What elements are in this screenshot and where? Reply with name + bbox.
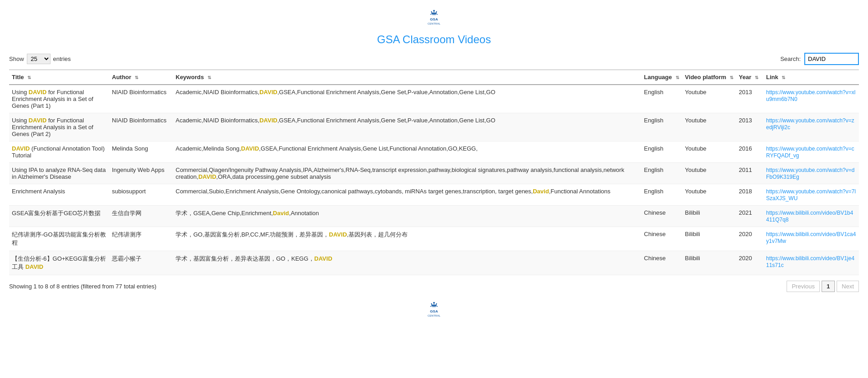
col-header-platform[interactable]: Video platform ⇅ [682, 70, 736, 85]
cell-link[interactable]: https://www.youtube.com/watch?v=xlu9mm6b… [763, 85, 859, 113]
table-row: Using DAVID for Functional Enrichment An… [9, 85, 859, 113]
cell-link[interactable]: https://www.bilibili.com/video/BV1je411s… [763, 251, 859, 275]
video-link[interactable]: https://www.youtube.com/watch?v=7lSzaXJS… [766, 188, 856, 202]
cell-year: 2020 [736, 251, 763, 275]
col-header-author[interactable]: Author ⇅ [109, 70, 173, 85]
cell-title: Enrichment Analysis [9, 184, 109, 206]
results-table: Title ⇅ Author ⇅ Keywords ⇅ Language ⇅ V… [9, 70, 859, 275]
col-header-year[interactable]: Year ⇅ [736, 70, 763, 85]
video-link[interactable]: https://www.youtube.com/watch?v=dFbO9K31… [766, 167, 854, 180]
cell-author: subiosupport [109, 184, 173, 206]
sort-arrows-keywords: ⇅ [207, 75, 211, 80]
table-row: Using IPA to analyze RNA-Seq data in Alz… [9, 163, 859, 184]
table-row: Using DAVID for Functional Enrichment An… [9, 113, 859, 141]
video-link[interactable]: https://www.youtube.com/watch?v=xlu9mm6b… [766, 89, 855, 102]
cell-platform: Youtube [682, 85, 736, 113]
cell-keywords: 学术，GSEA,Gene Chip,Enrichment,David,Annot… [173, 206, 641, 227]
video-link[interactable]: https://www.bilibili.com/video/BV1je411s… [766, 255, 854, 268]
cell-year: 2021 [736, 206, 763, 227]
table-row: 【生信分析-6】GO+KEGG富集分析工具 DAVID恶霸小猴子学术，基因富集分… [9, 251, 859, 275]
video-link[interactable]: https://www.youtube.com/watch?v=zedjRVij… [766, 117, 854, 131]
svg-text:CENTRAL: CENTRAL [428, 22, 441, 25]
controls-row: Show 10 25 50 100 entries Search: [9, 53, 859, 65]
cell-title: 纪伟讲测序-GO基因功能富集分析教程 [9, 227, 109, 251]
cell-title: DAVID (Functional Annotation Tool) Tutor… [9, 141, 109, 163]
cell-author: 生信自学网 [109, 206, 173, 227]
cell-link[interactable]: https://www.bilibili.com/video/BV1b4411Q… [763, 206, 859, 227]
cell-title: GSEA富集分析基于GEO芯片数据 [9, 206, 109, 227]
previous-button[interactable]: Previous [787, 281, 820, 292]
table-row: GSEA富集分析基于GEO芯片数据生信自学网学术，GSEA,Gene Chip,… [9, 206, 859, 227]
cell-keywords: Academic,NIAID Bioinformatics,DAVID,GSEA… [173, 85, 641, 113]
table-row: Enrichment AnalysissubiosupportCommercia… [9, 184, 859, 206]
cell-keywords: Commercial,Qiagen/Ingenuity Pathway Anal… [173, 163, 641, 184]
next-button[interactable]: Next [837, 281, 859, 292]
cell-link[interactable]: https://www.youtube.com/watch?v=dFbO9K31… [763, 163, 859, 184]
cell-platform: Bilibili [682, 206, 736, 227]
col-header-title[interactable]: Title ⇅ [9, 70, 109, 85]
cell-language: English [641, 184, 682, 206]
sort-arrows-year: ⇅ [755, 75, 758, 80]
table-row: 纪伟讲测序-GO基因功能富集分析教程纪伟讲测序学术，GO,基因富集分析,BP,C… [9, 227, 859, 251]
gsa-logo-top: GSA CENTRAL [420, 9, 448, 27]
cell-language: English [641, 163, 682, 184]
search-input[interactable] [804, 53, 859, 65]
cell-language: Chinese [641, 251, 682, 275]
cell-platform: Bilibili [682, 251, 736, 275]
cell-platform: Youtube [682, 163, 736, 184]
page-title: GSA Classroom Videos [9, 33, 859, 46]
video-link[interactable]: https://www.youtube.com/watch?v=cRYFQADf… [766, 146, 854, 159]
cell-title: Using IPA to analyze RNA-Seq data in Alz… [9, 163, 109, 184]
cell-keywords: 学术，基因富集分析，差异表达基因，GO，KEGG，DAVID [173, 251, 641, 275]
cell-platform: Youtube [682, 141, 736, 163]
cell-author: Melinda Song [109, 141, 173, 163]
video-link[interactable]: https://www.bilibili.com/video/BV1b4411Q… [766, 210, 853, 223]
sort-arrows-author: ⇅ [135, 75, 138, 80]
cell-year: 2013 [736, 113, 763, 141]
entries-select[interactable]: 10 25 50 100 [27, 54, 50, 64]
svg-text:CENTRAL: CENTRAL [428, 314, 441, 317]
search-container: Search: [780, 53, 859, 65]
cell-link[interactable]: https://www.youtube.com/watch?v=cRYFQADf… [763, 141, 859, 163]
table-header-row: Title ⇅ Author ⇅ Keywords ⇅ Language ⇅ V… [9, 70, 859, 85]
sort-arrows-title: ⇅ [27, 75, 31, 80]
table-body: Using DAVID for Functional Enrichment An… [9, 85, 859, 275]
cell-keywords: Academic,Melinda Song,DAVID,GSEA,Functio… [173, 141, 641, 163]
cell-platform: Youtube [682, 113, 736, 141]
cell-author: Ingenuity Web Apps [109, 163, 173, 184]
cell-language: English [641, 113, 682, 141]
show-label: Show [9, 55, 24, 62]
cell-link[interactable]: https://www.youtube.com/watch?v=7lSzaXJS… [763, 184, 859, 206]
cell-keywords: 学术，GO,基因富集分析,BP,CC,MF,功能预测，差异基因，DAVID,基因… [173, 227, 641, 251]
svg-text:GSA: GSA [430, 309, 438, 313]
footer-logo: GSA CENTRAL [9, 292, 859, 325]
footer-row: Showing 1 to 8 of 8 entries (filtered fr… [9, 281, 859, 292]
cell-language: English [641, 141, 682, 163]
search-label: Search: [780, 55, 801, 62]
cell-year: 2018 [736, 184, 763, 206]
video-link[interactable]: https://www.bilibili.com/video/BV1ca4y1v… [766, 231, 856, 244]
cell-year: 2011 [736, 163, 763, 184]
col-header-language[interactable]: Language ⇅ [641, 70, 682, 85]
show-entries-control: Show 10 25 50 100 entries [9, 54, 71, 64]
cell-author: NIAID Bioinformatics [109, 113, 173, 141]
sort-arrows-link: ⇅ [782, 75, 785, 80]
cell-title: Using DAVID for Functional Enrichment An… [9, 113, 109, 141]
cell-language: English [641, 85, 682, 113]
cell-title: Using DAVID for Functional Enrichment An… [9, 85, 109, 113]
cell-year: 2016 [736, 141, 763, 163]
entries-label: entries [53, 55, 71, 62]
cell-link[interactable]: https://www.bilibili.com/video/BV1ca4y1v… [763, 227, 859, 251]
page-1-button[interactable]: 1 [822, 281, 835, 292]
page-header: GSA CENTRAL GSA Classroom Videos [9, 5, 859, 53]
col-header-keywords[interactable]: Keywords ⇅ [173, 70, 641, 85]
col-header-link[interactable]: Link ⇅ [763, 70, 859, 85]
cell-language: Chinese [641, 227, 682, 251]
pagination: Previous 1 Next [787, 281, 859, 292]
table-row: DAVID (Functional Annotation Tool) Tutor… [9, 141, 859, 163]
cell-author: 纪伟讲测序 [109, 227, 173, 251]
cell-link[interactable]: https://www.youtube.com/watch?v=zedjRVij… [763, 113, 859, 141]
sort-arrows-language: ⇅ [676, 75, 679, 80]
cell-title: 【生信分析-6】GO+KEGG富集分析工具 DAVID [9, 251, 109, 275]
cell-year: 2020 [736, 227, 763, 251]
